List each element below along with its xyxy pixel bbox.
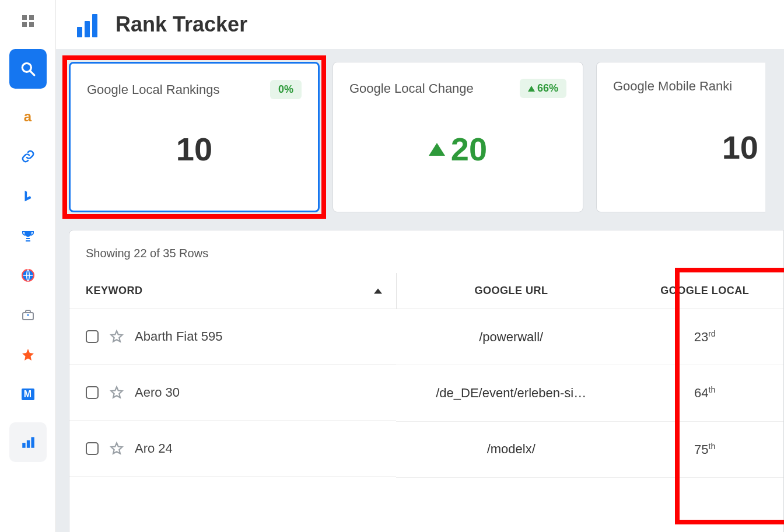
- sidebar-item-favorites[interactable]: [9, 343, 47, 366]
- col-header-local[interactable]: GOOGLE LOCAL: [626, 273, 783, 309]
- rank-tracker-logo-icon: [77, 12, 103, 37]
- card-title: Google Local Change: [349, 81, 474, 96]
- sidebar-item-competitions[interactable]: [9, 224, 47, 247]
- search-icon: [20, 61, 36, 76]
- amazon-icon: a: [20, 109, 36, 124]
- keyword-text: Abarth Fiat 595: [135, 329, 222, 344]
- card-title: Google Mobile Ranki: [613, 79, 732, 94]
- content: Google Local Rankings 0% 10 Google Local…: [56, 49, 784, 532]
- rank-cell: 64th: [626, 365, 783, 421]
- rank-cell: 23rd: [626, 309, 783, 365]
- table-row: Abarth Fiat 595 /powerwall/ 23rd: [69, 309, 783, 365]
- url-cell: /powerwall/: [396, 309, 626, 365]
- card-google-local-change[interactable]: Google Local Change 66% 20: [332, 62, 583, 212]
- bar-chart-icon: [20, 435, 36, 450]
- row-checkbox[interactable]: [86, 386, 99, 399]
- card-google-local-rankings[interactable]: Google Local Rankings 0% 10: [69, 62, 320, 212]
- title-bar: Rank Tracker: [56, 0, 784, 49]
- trend-up-icon: [528, 86, 535, 92]
- star-outline-icon[interactable]: [109, 385, 124, 400]
- keyword-text: Aro 24: [135, 441, 173, 456]
- svg-rect-11: [26, 440, 29, 448]
- sidebar: a: [0, 0, 56, 532]
- card-title: Google Local Rankings: [87, 82, 219, 97]
- sidebar-item-links[interactable]: [9, 145, 47, 168]
- trend-up-icon: [429, 143, 445, 156]
- svg-rect-8: [23, 313, 33, 320]
- svg-rect-0: [22, 15, 27, 20]
- keyword-text: Aero 30: [135, 385, 180, 400]
- sidebar-item-toolbox[interactable]: [9, 303, 47, 327]
- grid-icon: [20, 13, 36, 29]
- svg-point-9: [27, 314, 29, 316]
- star-outline-icon[interactable]: [109, 441, 124, 456]
- rank-cell: 75th: [626, 421, 783, 477]
- sidebar-item-search[interactable]: [9, 49, 47, 89]
- svg-rect-10: [22, 443, 25, 448]
- link-icon: [20, 149, 36, 164]
- sidebar-item-amazon[interactable]: a: [9, 105, 47, 128]
- card-metric: 10: [176, 130, 212, 168]
- sidebar-item-monitor[interactable]: M: [9, 383, 47, 406]
- card-metric: 10: [722, 128, 758, 166]
- toolbox-icon: [20, 307, 36, 323]
- row-checkbox[interactable]: [86, 442, 99, 455]
- card-badge: 0%: [270, 80, 302, 99]
- card-google-mobile-rankings[interactable]: Google Mobile Ranki 10: [596, 62, 765, 212]
- monitor-icon: M: [22, 388, 34, 400]
- svg-rect-3: [29, 22, 34, 27]
- url-cell: /de_DE/event/erleben-si…: [396, 365, 626, 421]
- sidebar-item-bing[interactable]: [9, 184, 47, 208]
- table-row: Aro 24 /modelx/ 75th: [69, 421, 783, 477]
- metric-cards: Google Local Rankings 0% 10 Google Local…: [69, 62, 784, 212]
- page-title: Rank Tracker: [116, 12, 247, 37]
- globe-icon: [20, 268, 36, 283]
- star-filled-icon: [20, 347, 36, 362]
- svg-rect-1: [29, 15, 34, 20]
- bing-icon: [20, 188, 36, 204]
- table-row: Aero 30 /de_DE/event/erleben-si… 64th: [69, 365, 783, 421]
- keyword-table: KEYWORD GOOGLE URL GOOGLE LOCAL: [69, 273, 783, 478]
- main: Rank Tracker Google Local Rankings 0% 10: [56, 0, 784, 532]
- row-count-label: Showing 22 of 35 Rows: [69, 247, 783, 260]
- svg-rect-2: [22, 22, 27, 27]
- keyword-table-panel: Showing 22 of 35 Rows KEYWORD GOOGLE URL…: [69, 230, 784, 532]
- star-outline-icon[interactable]: [109, 329, 124, 344]
- svg-rect-12: [31, 437, 34, 447]
- url-cell: /modelx/: [396, 421, 626, 477]
- sidebar-item-globe[interactable]: [9, 264, 47, 287]
- col-header-keyword[interactable]: KEYWORD: [69, 273, 396, 309]
- card-badge: 66%: [520, 79, 566, 98]
- trophy-icon: [20, 228, 36, 243]
- sort-asc-icon: [374, 288, 382, 293]
- col-header-url[interactable]: GOOGLE URL: [396, 273, 626, 309]
- svg-line-5: [30, 71, 34, 75]
- sidebar-item-rank-tracker[interactable]: [9, 422, 47, 462]
- row-checkbox[interactable]: [86, 330, 99, 343]
- sidebar-item-dashboard[interactable]: [9, 9, 47, 33]
- card-metric: 20: [451, 130, 487, 168]
